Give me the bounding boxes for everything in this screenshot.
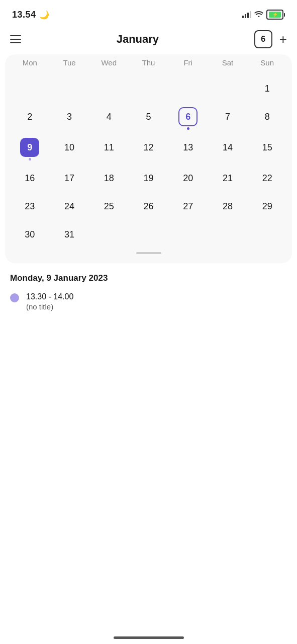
calendar-cell[interactable]: 24 xyxy=(50,192,89,220)
calendar-section: MonTueWedThuFriSatSun 123456789101112131… xyxy=(5,54,292,263)
wifi-icon xyxy=(254,10,263,19)
calendar-cell[interactable]: 2 xyxy=(10,102,50,133)
date-number: 1 xyxy=(258,79,277,98)
day-header-sun: Sun xyxy=(247,54,287,72)
menu-icon[interactable] xyxy=(10,35,21,43)
calendar-cell xyxy=(89,220,129,248)
date-number: 28 xyxy=(218,197,237,216)
date-number: 24 xyxy=(60,197,79,216)
date-number: 18 xyxy=(100,169,119,188)
calendar-cell[interactable]: 15 xyxy=(247,133,287,164)
day-header-wed: Wed xyxy=(89,54,129,72)
date-number: 26 xyxy=(139,197,158,216)
event-indicator-dot xyxy=(187,127,189,130)
event-title: (no title) xyxy=(26,302,73,311)
calendar-cell[interactable]: 29 xyxy=(247,192,287,220)
status-icons: ⚡ xyxy=(242,10,285,20)
events-date-title: Monday, 9 January 2023 xyxy=(10,273,287,283)
calendar-cell[interactable]: 22 xyxy=(247,164,287,192)
date-number: 31 xyxy=(60,225,79,244)
date-number: 21 xyxy=(218,169,237,188)
day-header-thu: Thu xyxy=(129,54,168,72)
calendar-week-3: 16171819202122 xyxy=(10,164,287,192)
calendar-cell[interactable]: 3 xyxy=(50,102,89,133)
calendar-cell[interactable]: 14 xyxy=(208,133,248,164)
day-headers: MonTueWedThuFriSatSun xyxy=(10,54,287,72)
date-number: 8 xyxy=(258,107,277,126)
calendar-week-0: 1 xyxy=(10,74,287,102)
moon-icon: 🌙 xyxy=(39,10,49,20)
event-time: 13.30 - 14.00 xyxy=(26,292,73,301)
calendar-grid: MonTueWedThuFriSatSun 123456789101112131… xyxy=(5,54,292,248)
calendar-cell[interactable]: 19 xyxy=(129,164,168,192)
signal-icon xyxy=(242,11,251,18)
calendar-week-2: 9101112131415 xyxy=(10,133,287,164)
calendar-cell[interactable]: 8 xyxy=(247,102,287,133)
calendar-cell xyxy=(89,74,129,102)
calendar-cell xyxy=(247,220,287,248)
day-header-tue: Tue xyxy=(50,54,89,72)
date-number: 22 xyxy=(258,169,277,188)
event-details: 13.30 - 14.00(no title) xyxy=(26,292,73,311)
calendar-cell[interactable]: 25 xyxy=(89,192,129,220)
calendar-cell[interactable]: 16 xyxy=(10,164,50,192)
calendar-cell xyxy=(208,74,248,102)
date-number: 27 xyxy=(178,197,197,216)
calendar-cell[interactable]: 18 xyxy=(89,164,129,192)
calendar-cell[interactable]: 17 xyxy=(50,164,89,192)
calendar-cell[interactable]: 10 xyxy=(50,133,89,164)
date-number: 11 xyxy=(100,138,119,157)
calendar-cell[interactable]: 20 xyxy=(168,164,208,192)
event-color-dot xyxy=(10,293,19,302)
calendar-cell[interactable]: 21 xyxy=(208,164,248,192)
date-number: 6 xyxy=(178,107,197,126)
day-header-fri: Fri xyxy=(168,54,208,72)
calendar-cell[interactable]: 12 xyxy=(129,133,168,164)
date-number: 23 xyxy=(20,197,39,216)
date-number: 12 xyxy=(139,138,158,157)
calendar-cell[interactable]: 1 xyxy=(247,74,287,102)
calendar-week-5: 3031 xyxy=(10,220,287,248)
add-event-button[interactable]: + xyxy=(279,33,287,46)
date-number: 19 xyxy=(139,169,158,188)
date-number: 5 xyxy=(139,107,158,126)
date-number: 3 xyxy=(60,107,79,126)
app-header: January 6 + xyxy=(0,26,297,54)
battery-icon: ⚡ xyxy=(266,10,285,20)
calendar-title: January xyxy=(117,33,159,46)
calendar-week-4: 23242526272829 xyxy=(10,192,287,220)
calendar-cell[interactable]: 4 xyxy=(89,102,129,133)
day-badge[interactable]: 6 xyxy=(254,30,272,48)
calendar-cell[interactable]: 11 xyxy=(89,133,129,164)
status-bar: 13.54 🌙 ⚡ xyxy=(0,0,297,26)
calendar-cell[interactable]: 23 xyxy=(10,192,50,220)
date-number: 2 xyxy=(20,107,39,126)
calendar-cell[interactable]: 28 xyxy=(208,192,248,220)
date-number: 16 xyxy=(20,169,39,188)
event-indicator-dot xyxy=(29,158,31,160)
date-number: 17 xyxy=(60,169,79,188)
calendar-cell[interactable]: 7 xyxy=(208,102,248,133)
calendar-cell[interactable]: 6 xyxy=(168,102,208,133)
date-number: 15 xyxy=(258,138,277,157)
day-header-sat: Sat xyxy=(208,54,248,72)
calendar-cell[interactable]: 26 xyxy=(129,192,168,220)
calendar-cell[interactable]: 13 xyxy=(168,133,208,164)
calendar-cell xyxy=(168,74,208,102)
calendar-cell[interactable]: 9 xyxy=(10,133,50,164)
home-indicator xyxy=(114,636,184,639)
date-number: 14 xyxy=(218,138,237,157)
calendar-cell xyxy=(129,220,168,248)
calendar-cell[interactable]: 5 xyxy=(129,102,168,133)
date-number: 9 xyxy=(20,138,39,157)
calendar-cell xyxy=(168,220,208,248)
event-item[interactable]: 13.30 - 14.00(no title) xyxy=(10,292,287,311)
calendar-cell[interactable]: 31 xyxy=(50,220,89,248)
calendar-cell[interactable]: 30 xyxy=(10,220,50,248)
scroll-handle xyxy=(5,248,292,255)
date-number: 25 xyxy=(100,197,119,216)
date-number: 13 xyxy=(178,138,197,157)
calendar-weeks: 1234567891011121314151617181920212223242… xyxy=(10,74,287,248)
calendar-cell[interactable]: 27 xyxy=(168,192,208,220)
date-number: 4 xyxy=(100,107,119,126)
